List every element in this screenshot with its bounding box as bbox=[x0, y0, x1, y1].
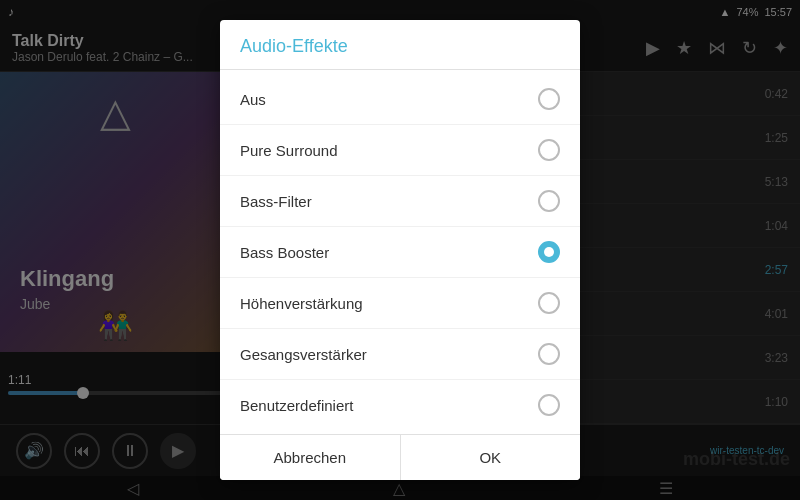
option-benutzer-label: Benutzerdefiniert bbox=[240, 397, 353, 414]
option-benutzer[interactable]: Benutzerdefiniert bbox=[220, 380, 580, 430]
option-gesangs-label: Gesangsverstärker bbox=[240, 346, 367, 363]
option-benutzer-radio[interactable] bbox=[538, 394, 560, 416]
option-aus-radio[interactable] bbox=[538, 88, 560, 110]
audio-effects-dialog: Audio-Effekte Aus Pure Surround Bass-Fil… bbox=[220, 20, 580, 480]
option-hohenverst-radio[interactable] bbox=[538, 292, 560, 314]
option-pure-surround[interactable]: Pure Surround bbox=[220, 125, 580, 176]
ok-button[interactable]: OK bbox=[401, 435, 581, 480]
option-bass-booster[interactable]: Bass Booster bbox=[220, 227, 580, 278]
option-bass-filter[interactable]: Bass-Filter bbox=[220, 176, 580, 227]
option-bass-filter-label: Bass-Filter bbox=[240, 193, 312, 210]
option-aus[interactable]: Aus bbox=[220, 74, 580, 125]
dialog-title: Audio-Effekte bbox=[220, 20, 580, 70]
cancel-button[interactable]: Abbrechen bbox=[220, 435, 401, 480]
option-aus-label: Aus bbox=[240, 91, 266, 108]
option-gesangs-radio[interactable] bbox=[538, 343, 560, 365]
option-pure-surround-radio[interactable] bbox=[538, 139, 560, 161]
option-hohenverst-label: Höhenverstärkung bbox=[240, 295, 363, 312]
option-pure-surround-label: Pure Surround bbox=[240, 142, 338, 159]
option-bass-booster-label: Bass Booster bbox=[240, 244, 329, 261]
option-bass-filter-radio[interactable] bbox=[538, 190, 560, 212]
dialog-buttons: Abbrechen OK bbox=[220, 434, 580, 480]
option-bass-booster-radio[interactable] bbox=[538, 241, 560, 263]
option-gesangs[interactable]: Gesangsverstärker bbox=[220, 329, 580, 380]
dialog-options: Aus Pure Surround Bass-Filter Bass Boost… bbox=[220, 70, 580, 434]
option-hohenverst[interactable]: Höhenverstärkung bbox=[220, 278, 580, 329]
